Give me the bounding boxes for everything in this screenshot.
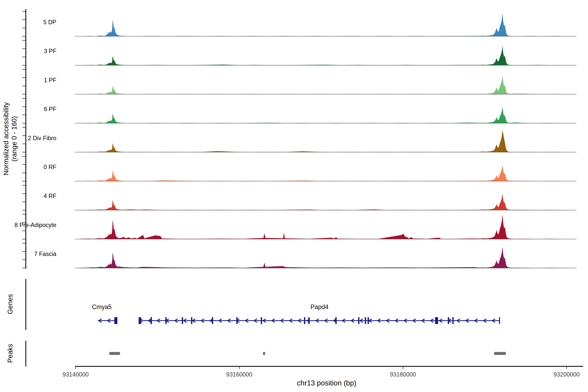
gene-exon [452,317,454,324]
gene-exon [212,317,213,324]
x-axis-title: chr13 position (bp) [297,379,356,387]
gene-exon [182,317,183,324]
gene-exon [499,317,500,324]
track-label-1-pf: 1 PF [1,77,56,84]
gene-exon [448,317,449,324]
genome-browser-chart [0,0,588,392]
track-label-7-fascia: 7 Fascia [1,250,56,258]
gene-exon [365,317,366,324]
gene-exon [236,317,238,324]
gene-exon [139,317,141,324]
track-label-6-pf: 6 PF [1,106,56,112]
gene-exon [165,317,166,324]
track-label-4-rf: 4 RF [1,192,56,200]
signal-area-4-rf [75,194,574,210]
x-tick-label-93200000: 93200000 [554,371,580,378]
signal-area-8-pre-adipocyte [75,214,574,239]
peaks-section-label: Peaks [6,344,14,363]
gene-label-papd4: Papd4 [310,304,328,310]
track-label-2-div-fibro: 2 Div Fibro [1,135,56,142]
gene-exon [368,317,369,324]
genome-browser-figure: Normalized accessibility (range 0 - 160)… [0,0,588,392]
genes-section-label: Genes [6,294,14,314]
gene-exon [114,317,118,324]
gene-exon [435,317,438,324]
signal-area-7-fascia [75,247,574,268]
signal-area-5-dp [75,13,574,36]
signal-area-2-div-fibro [75,130,574,152]
peak-region [109,352,120,355]
track-label-5-dp: 5 DP [1,19,56,26]
track-label-8-pre-adipocyte: 8 Pre-Adipocyte [1,222,56,228]
gene-exon [335,317,337,324]
signal-area-1-pf [75,76,574,94]
gene-exon [191,317,192,324]
gene-exon [358,317,359,324]
x-tick-label-93140000: 93140000 [62,371,89,378]
gene-exon [304,317,305,324]
peak-region [494,352,506,355]
peak-region [263,352,265,355]
track-label-0-rf: 0 RF [1,164,56,170]
x-tick-label-93160000: 93160000 [226,371,252,378]
gene-exon [308,317,310,324]
x-tick-label-93180000: 93180000 [390,371,416,378]
signal-area-6-pf [75,107,574,123]
gene-exon [150,317,152,324]
signal-area-0-rf [75,165,574,181]
signal-area-3-pf [75,46,574,65]
track-label-3-pf: 3 PF [1,48,56,54]
gene-exon [261,317,262,324]
gene-label-cmya5: Cmya5 [92,304,112,310]
